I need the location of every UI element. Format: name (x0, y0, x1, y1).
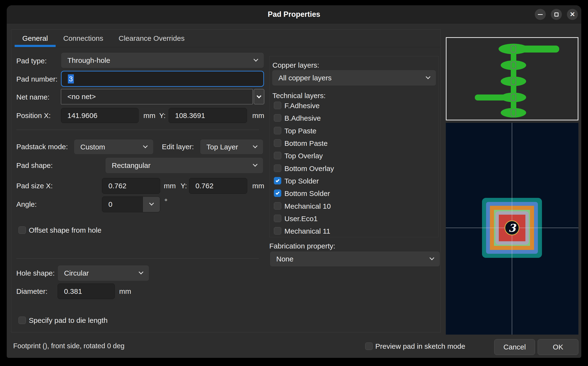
footprint-drawing (446, 38, 578, 120)
maximize-icon (554, 13, 558, 16)
title-bar[interactable]: Pad Properties ✕ (7, 5, 581, 23)
chevron-down-icon (253, 162, 257, 167)
close-button[interactable]: ✕ (567, 9, 578, 20)
position-y-unit: mm (252, 112, 264, 120)
tab-general[interactable]: General (15, 30, 56, 47)
diameter-unit: mm (119, 287, 131, 296)
sketch-mode-checkbox[interactable] (365, 343, 373, 350)
chevron-down-icon (254, 57, 258, 62)
net-name-label: Net name: (16, 93, 49, 101)
angle-unit: ° (165, 197, 167, 206)
position-x-label: Position X: (16, 112, 51, 120)
pad-to-die-label: Specify pad to die length (29, 316, 108, 325)
pad-size-y-label: Y: (181, 182, 187, 190)
layer-checkbox[interactable] (274, 190, 281, 197)
divider (16, 130, 259, 130)
position-y-label: Y: (159, 112, 166, 120)
offset-shape-label: Offset shape from hole (29, 226, 101, 234)
layer-checkbox[interactable] (274, 114, 281, 122)
chevron-down-icon (149, 201, 154, 206)
angle-label: Angle: (16, 200, 37, 208)
pad-shape-label: Pad shape: (16, 161, 53, 170)
pad-number-label: Pad number: (16, 75, 58, 83)
tab-clearance-overrides[interactable]: Clearance Overrides (111, 30, 192, 47)
minimize-icon (538, 14, 543, 15)
layer-checkbox[interactable] (274, 202, 281, 210)
hole-shape-dropdown[interactable]: Circular (58, 265, 149, 281)
pad-size-x-input[interactable]: 0.762 (102, 178, 160, 194)
angle-combobox[interactable]: 0 (102, 196, 160, 212)
ok-button[interactable]: OK (538, 339, 578, 355)
pad-size-x-label: Pad size X: (16, 182, 53, 190)
chevron-down-icon (256, 93, 261, 98)
position-x-unit: mm (143, 112, 155, 120)
pad-hole-marker: 3 (505, 221, 520, 235)
pad-type-dropdown[interactable]: Through-hole (61, 53, 264, 68)
layer-checkbox[interactable] (274, 127, 281, 134)
pad-type-label: Pad type: (16, 57, 47, 65)
window-title: Pad Properties (268, 10, 320, 19)
footprint-preview (446, 37, 578, 120)
maximize-button[interactable] (551, 9, 562, 20)
copper-layers-dropdown[interactable]: All copper layers (272, 70, 436, 86)
pad-number-input[interactable]: 3 (61, 71, 264, 87)
technical-layers-label: Technical layers: (272, 92, 326, 100)
diameter-input[interactable]: 0.381 (58, 283, 115, 299)
padstack-mode-dropdown[interactable]: Custom (74, 139, 153, 154)
edit-layer-label: Edit layer: (162, 143, 194, 151)
pad-size-y-unit: mm (252, 182, 264, 190)
net-name-dropdown-button[interactable] (254, 89, 264, 104)
tab-bar: General Connections Clearance Overrides (11, 30, 441, 47)
layer-checkbox[interactable] (274, 102, 281, 109)
position-x-input[interactable]: 141.9606 (61, 108, 139, 123)
minimize-button[interactable] (535, 9, 546, 20)
layers-groupbox: Copper layers: All copper layers Technic… (269, 56, 439, 237)
position-y-input[interactable]: 108.3691 (169, 108, 247, 123)
footprint-status-text: Footprint (), front side, rotated 0 deg (13, 342, 124, 350)
net-name-combobox[interactable]: <no net> (61, 89, 253, 104)
pad-size-x-unit: mm (164, 182, 176, 190)
chevron-down-icon (430, 255, 434, 260)
layer-checkbox[interactable] (274, 139, 281, 147)
chevron-down-icon (426, 74, 430, 79)
divider (16, 258, 259, 259)
selected-text: 3 (68, 74, 74, 84)
padstack-mode-label: Padstack mode: (16, 143, 68, 151)
offset-shape-checkbox[interactable] (18, 226, 26, 234)
pad-properties-dialog: Pad Properties ✕ General Connections Cle… (7, 5, 581, 358)
notebook: General Connections Clearance Overrides … (11, 30, 441, 332)
fabrication-property-label: Fabrication property: (269, 242, 335, 250)
layer-checkbox[interactable] (274, 215, 281, 222)
hole-shape-label: Hole shape: (16, 269, 55, 277)
cancel-button[interactable]: Cancel (494, 339, 535, 355)
layer-checkbox[interactable] (274, 177, 281, 184)
diameter-label: Diameter: (16, 287, 47, 296)
pad-shape-dropdown[interactable]: Rectangular (105, 158, 263, 173)
chevron-down-icon (139, 270, 143, 274)
pad-preview: 3 (446, 123, 578, 335)
fabrication-property-dropdown[interactable]: None (270, 251, 440, 267)
check-icon (276, 178, 279, 182)
pad-size-y-input[interactable]: 0.762 (189, 178, 247, 194)
chevron-down-icon (143, 144, 148, 148)
edit-layer-dropdown[interactable]: Top Layer (200, 139, 263, 154)
close-icon: ✕ (570, 11, 575, 18)
layer-checkbox[interactable] (274, 227, 281, 235)
sketch-mode-label: Preview pad in sketch mode (375, 342, 465, 351)
pad-to-die-checkbox[interactable] (18, 317, 26, 324)
check-icon (276, 191, 279, 195)
angle-dropdown-button[interactable] (143, 197, 160, 212)
tab-connections[interactable]: Connections (56, 30, 111, 47)
chevron-down-icon (253, 144, 257, 148)
layer-checkbox[interactable] (274, 152, 281, 159)
copper-layers-label: Copper layers: (272, 61, 319, 69)
layer-checkbox[interactable] (274, 165, 281, 172)
